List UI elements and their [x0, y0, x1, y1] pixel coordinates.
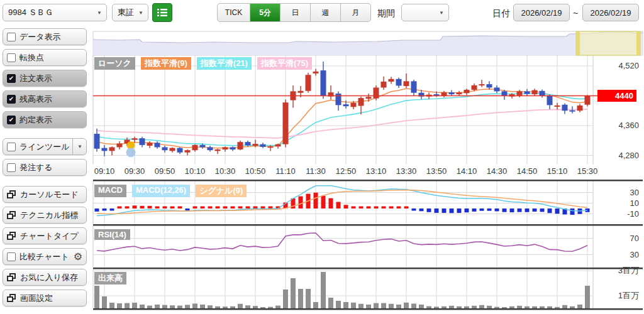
- sidebar-button-label: テクニカル指標: [20, 210, 79, 221]
- svg-text:30: 30: [630, 250, 639, 259]
- navigator-handle-left[interactable]: [576, 31, 580, 55]
- chart-app: 9984 ＳＢＧ ▼ 東証 ▼ TICK5分日週月 期間 ▼ 日付 2026/0…: [0, 0, 644, 314]
- sidebar-button-compare-chart[interactable]: 比較チャート⚙: [3, 248, 87, 265]
- svg-text:09:50: 09:50: [155, 166, 175, 176]
- chart-canvas[interactable]: 44404,5204,3604,28009:1009:3009:5010:101…: [91, 28, 644, 314]
- navigator-handle-right[interactable]: [636, 31, 640, 55]
- svg-text:14:30: 14:30: [487, 166, 508, 176]
- window-icon: [7, 294, 16, 303]
- svg-text:12:50: 12:50: [336, 166, 357, 176]
- sidebar-button-label: データ表示: [19, 31, 61, 43]
- sidebar-button-save-favorite[interactable]: お気に入り保存: [3, 269, 87, 286]
- svg-text:30: 30: [630, 188, 639, 197]
- svg-text:15:30: 15:30: [577, 166, 598, 176]
- legend-chip: シグナル(9): [196, 185, 247, 197]
- date-label: 日付: [492, 8, 510, 19]
- window-icon: [7, 232, 16, 241]
- legend-chip: 指数平滑(21): [197, 57, 252, 70]
- timeframe-button-TICK[interactable]: TICK: [217, 3, 250, 22]
- sidebar-button-balance-display[interactable]: ✔残高表示: [3, 90, 87, 107]
- svg-text:10:50: 10:50: [245, 166, 266, 176]
- legend-chip: MACD(12,26): [132, 185, 190, 197]
- checkbox[interactable]: ✔: [7, 95, 16, 104]
- checkbox[interactable]: [7, 143, 16, 151]
- timeframe-group: TICK5分日週月: [217, 3, 371, 22]
- price-axis: 4,5204,3604,280: [618, 61, 639, 160]
- sidebar-button-line-tool[interactable]: ラインツール▼: [3, 138, 87, 155]
- svg-text:10: 10: [630, 198, 639, 208]
- sidebar-button-label: 約定表示: [19, 114, 52, 126]
- watchlist-button[interactable]: [152, 3, 172, 22]
- list-icon: [157, 8, 168, 18]
- sidebar-button-order-display[interactable]: ✔注文表示: [3, 70, 87, 87]
- sidebar-button-cursor-mode[interactable]: カーソルモード: [3, 186, 87, 203]
- timeframe-button-月[interactable]: 月: [341, 3, 371, 22]
- svg-text:14:50: 14:50: [517, 166, 538, 176]
- svg-text:4,280: 4,280: [618, 151, 639, 160]
- svg-text:11:30: 11:30: [306, 166, 326, 176]
- current-price: 4440: [93, 90, 636, 102]
- checkbox[interactable]: ✔: [7, 74, 16, 83]
- svg-text:4,520: 4,520: [618, 61, 639, 70]
- gear-icon[interactable]: ⚙: [74, 252, 82, 262]
- sidebar-button-technical-indicator[interactable]: テクニカル指標: [3, 207, 87, 224]
- macd-axis: 3010-10: [627, 188, 639, 219]
- date-to-input[interactable]: 2026/02/19: [582, 4, 639, 21]
- sidebar-button-execution-display[interactable]: ✔約定表示: [3, 111, 87, 128]
- legend-macd: MACDMACD(12,26)シグナル(9): [94, 185, 247, 197]
- timeframe-button-日[interactable]: 日: [280, 3, 311, 22]
- chevron-down-icon[interactable]: ▼: [72, 139, 82, 154]
- svg-text:13:30: 13:30: [396, 166, 417, 176]
- timeframe-button-週[interactable]: 週: [311, 3, 341, 22]
- sidebar-button-screen-settings[interactable]: 画面設定: [3, 290, 87, 306]
- panel-separators: [93, 180, 643, 310]
- legend-chip: 指数平滑(9): [141, 57, 191, 70]
- sidebar-button-label: 発注する: [19, 162, 53, 173]
- date-separator: ~: [573, 8, 578, 18]
- checkbox[interactable]: [7, 53, 16, 62]
- svg-text:14:10: 14:10: [457, 166, 477, 176]
- window-icon: [7, 190, 16, 199]
- svg-text:70: 70: [630, 234, 639, 243]
- symbol-value: 9984 ＳＢＧ: [3, 7, 53, 18]
- checkbox[interactable]: [7, 252, 16, 261]
- svg-text:-10: -10: [627, 209, 639, 219]
- checkbox[interactable]: [7, 163, 16, 172]
- legend-chip: 出来高: [94, 272, 126, 284]
- market-select[interactable]: 東証 ▼: [112, 4, 148, 21]
- execution-markers: [126, 141, 136, 157]
- sidebar-button-label: お気に入り保存: [20, 272, 78, 283]
- sidebar-button-label: 画面設定: [20, 293, 53, 304]
- sidebar-button-place-order[interactable]: 発注する: [3, 159, 87, 176]
- window-icon: [7, 273, 16, 282]
- chart-region: 44404,5204,3604,28009:1009:3009:5010:101…: [91, 28, 644, 314]
- legend-chip: RSI(14): [94, 229, 130, 240]
- legend-main: ローソク指数平滑(9)指数平滑(21)指数平滑(75): [94, 57, 312, 70]
- legend-volume: 出来高: [94, 272, 126, 284]
- sidebar-button-turning-point[interactable]: 転換点: [3, 49, 87, 66]
- svg-text:15:10: 15:10: [547, 166, 568, 176]
- legend-chip: ローソク: [94, 57, 135, 70]
- sidebar-button-label: 転換点: [19, 52, 44, 63]
- ema75-line: [97, 109, 587, 138]
- ema-lines: [97, 89, 587, 148]
- period-select[interactable]: ▼: [401, 4, 449, 21]
- legend-chip: 指数平滑(75): [257, 57, 312, 70]
- sidebar-button-label: チャートタイプ: [20, 230, 79, 242]
- checkbox[interactable]: ✔: [7, 116, 16, 124]
- checkbox[interactable]: [7, 33, 16, 41]
- svg-text:3百万: 3百万: [618, 266, 639, 275]
- navigator-selection[interactable]: [576, 31, 640, 55]
- svg-text:09:10: 09:10: [94, 166, 115, 176]
- legend-chip: MACD: [94, 185, 126, 197]
- sidebar-button-chart-type[interactable]: チャートタイプ: [3, 227, 87, 244]
- navigator-strip: [93, 31, 643, 55]
- sidebar-button-label: 残高表示: [19, 94, 52, 105]
- sidebar: データ表示転換点✔注文表示✔残高表示✔約定表示ラインツール▼発注するカーソルモー…: [0, 28, 91, 314]
- chevron-down-icon: ▼: [435, 10, 448, 16]
- svg-text:10:30: 10:30: [215, 166, 236, 176]
- symbol-select[interactable]: 9984 ＳＢＧ ▼: [3, 4, 107, 21]
- timeframe-button-5分[interactable]: 5分: [250, 3, 280, 22]
- sidebar-button-data-display[interactable]: データ表示: [3, 28, 87, 45]
- date-from-input[interactable]: 2026/02/19: [513, 4, 570, 21]
